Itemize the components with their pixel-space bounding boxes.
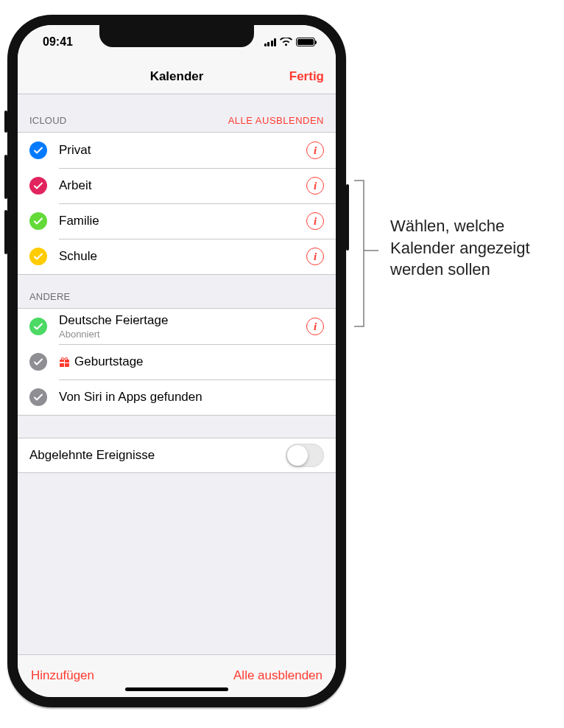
section-header-other: ANDERE	[18, 275, 336, 308]
hide-all-button[interactable]: Alle ausblenden	[233, 668, 322, 683]
calendar-label: Schule	[59, 249, 306, 264]
icloud-list: Privat i Arbeit i Familie i	[18, 132, 336, 275]
info-button[interactable]: i	[306, 141, 324, 159]
section-header-icloud: ICLOUD ALLE AUSBLENDEN	[18, 94, 336, 132]
gift-icon	[59, 357, 70, 368]
add-calendar-button[interactable]: Hinzufügen	[31, 668, 94, 683]
calendar-label: Deutsche Feiertage	[59, 313, 306, 328]
check-icon	[29, 353, 47, 371]
nav-bar: Kalender Fertig	[18, 59, 336, 94]
status-time: 09:41	[43, 35, 73, 49]
check-icon	[29, 248, 47, 265]
done-button[interactable]: Fertig	[289, 69, 324, 84]
notch	[99, 25, 254, 47]
check-icon	[29, 141, 47, 159]
home-indicator[interactable]	[125, 687, 228, 691]
declined-events-row: Abgelehnte Ereignisse	[18, 438, 336, 473]
battery-icon	[296, 38, 315, 46]
calendar-row-arbeit[interactable]: Arbeit i	[18, 168, 336, 203]
section-title: ANDERE	[29, 291, 70, 302]
calendar-label: Von Siri in Apps gefunden	[59, 390, 324, 405]
annotation-text: Wählen, welche Kalender angezeigt werden…	[390, 215, 545, 281]
annotation-callout: Wählen, welche Kalender angezeigt werden…	[353, 180, 545, 327]
info-button[interactable]: i	[306, 177, 324, 195]
calendar-label: Arbeit	[59, 178, 306, 193]
calendar-row-familie[interactable]: Familie i	[18, 203, 336, 239]
check-icon	[29, 318, 47, 335]
calendar-label: Familie	[59, 214, 306, 228]
declined-toggle[interactable]	[286, 444, 324, 467]
check-icon	[29, 388, 47, 406]
other-list: Deutsche Feiertage Abonniert i Geburtsta…	[18, 308, 336, 416]
cellular-icon	[264, 38, 277, 46]
hide-all-icloud-button[interactable]: ALLE AUSBLENDEN	[228, 115, 324, 126]
wifi-icon	[280, 38, 292, 46]
bracket-icon	[353, 180, 380, 327]
content: ICLOUD ALLE AUSBLENDEN Privat i Arbeit i	[18, 94, 336, 654]
calendar-row-schule[interactable]: Schule i	[18, 239, 336, 274]
calendar-row-geburtstage[interactable]: Geburtstage	[18, 344, 336, 379]
section-title: ICLOUD	[29, 115, 66, 126]
declined-label: Abgelehnte Ereignisse	[29, 448, 286, 463]
nav-title: Kalender	[150, 69, 204, 84]
info-button[interactable]: i	[306, 248, 324, 265]
calendar-row-siri[interactable]: Von Siri in Apps gefunden	[18, 379, 336, 415]
calendar-label: Geburtstage	[74, 354, 324, 369]
calendar-row-feiertage[interactable]: Deutsche Feiertage Abonniert i	[18, 309, 336, 344]
calendar-sublabel: Abonniert	[59, 329, 306, 340]
info-button[interactable]: i	[306, 318, 324, 335]
check-icon	[29, 212, 47, 230]
check-icon	[29, 177, 47, 195]
phone-frame: 09:41 Kalender Fertig ICLOUD ALLE AUSBLE…	[7, 15, 346, 707]
info-button[interactable]: i	[306, 212, 324, 230]
calendar-label: Privat	[59, 143, 306, 158]
calendar-row-privat[interactable]: Privat i	[18, 133, 336, 168]
status-icons	[264, 38, 316, 46]
